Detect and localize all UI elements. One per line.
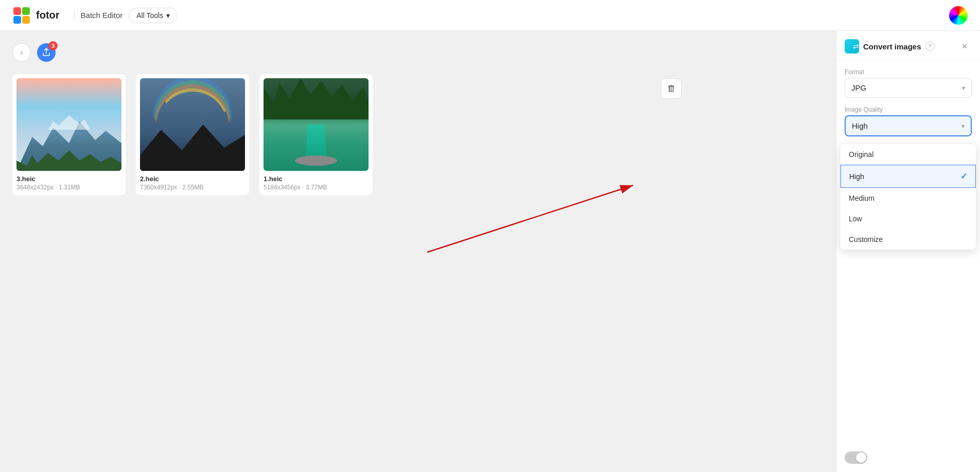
help-button[interactable]: ? [925, 42, 935, 51]
panel-title-area: ⇄ Convert images ? [845, 39, 935, 54]
dropdown-item-medium[interactable]: Medium [841, 188, 976, 208]
dropdown-label-original: Original [849, 150, 873, 159]
color-wheel-icon[interactable] [949, 6, 968, 25]
quality-dropdown: Original High ✓ Medium Low Customize [841, 144, 976, 250]
image-card-1[interactable]: 2.heic 7360x4912px · 2.55MB [136, 74, 249, 195]
quality-value: High [852, 121, 868, 130]
rocks-2 [295, 155, 337, 166]
panel-header: ⇄ Convert images ? × [836, 31, 980, 60]
trash-icon [667, 84, 676, 93]
image-name-0: 3.heic [16, 175, 121, 183]
dropdown-item-high[interactable]: High ✓ [841, 165, 976, 188]
convert-icon [845, 42, 853, 50]
svg-rect-4 [22, 16, 30, 24]
image-grid: 3.heic 3648x2432px · 1.31MB 2.heic 7360x… [12, 74, 824, 195]
panel-body: Format JPG ▾ Image Quality High ▾ [836, 60, 980, 153]
svg-line-6 [427, 185, 633, 252]
svg-rect-2 [22, 7, 30, 15]
dropdown-label-low: Low [849, 215, 862, 223]
panel-bottom [845, 451, 972, 464]
format-field: Format JPG ▾ [845, 68, 972, 98]
image-name-1: 2.heic [140, 175, 245, 183]
image-meta-1: 7360x4912px · 2.55MB [140, 184, 245, 191]
close-icon: × [962, 41, 968, 52]
logo-area: fotor [12, 6, 60, 25]
quality-select[interactable]: High ▾ [845, 115, 972, 136]
image-thumb-0 [16, 78, 121, 171]
format-label: Format [845, 68, 972, 76]
content-area: ‹ 3 3.heic 3648x2432p [0, 31, 836, 472]
back-icon: ‹ [20, 48, 23, 57]
close-button[interactable]: × [957, 39, 972, 54]
upload-badge: 3 [48, 41, 58, 50]
image-meta-0: 3648x2432px · 1.31MB [16, 184, 121, 191]
header: fotor Batch Editor All Tools ▾ [0, 0, 980, 31]
right-panel: ⇄ Convert images ? × Format JPG ▾ [836, 31, 980, 472]
format-select[interactable]: JPG ▾ [845, 78, 972, 98]
batch-editor-label: Batch Editor [81, 11, 123, 20]
header-right [949, 6, 968, 25]
image-card-2[interactable]: 1.heic 5184x3456px · 3.77MB [259, 74, 373, 195]
fotor-logo-icon [12, 6, 31, 25]
all-tools-button[interactable]: All Tools ▾ [129, 8, 178, 23]
mountain-dark-1 [140, 119, 245, 171]
back-button[interactable]: ‹ [12, 43, 31, 62]
dropdown-label-medium: Medium [849, 194, 874, 202]
dropdown-label-customize: Customize [849, 235, 883, 243]
chevron-down-icon: ▾ [166, 11, 170, 20]
trees-2 [264, 78, 369, 119]
all-tools-label: All Tools [136, 11, 163, 20]
checkmark-icon: ✓ [960, 171, 967, 181]
panel-title: Convert images [863, 42, 921, 51]
main-content: ‹ 3 3.heic 3648x2432p [0, 31, 980, 472]
toggle-knob [856, 452, 866, 463]
dropdown-item-original[interactable]: Original [841, 144, 976, 165]
image-thumb-2 [264, 78, 369, 171]
snow-cap-0 [16, 109, 121, 130]
svg-rect-1 [13, 7, 21, 15]
format-value: JPG [851, 83, 866, 92]
upload-btn-wrapper: 3 [37, 43, 56, 62]
image-card-0[interactable]: 3.heic 3648x2432px · 1.31MB [12, 74, 126, 195]
image-meta-2: 5184x3456px · 3.77MB [264, 184, 369, 191]
panel-icon: ⇄ [845, 39, 859, 54]
delete-button[interactable] [661, 78, 681, 99]
dropdown-item-low[interactable]: Low [841, 208, 976, 229]
quality-field: Image Quality High ▾ [845, 106, 972, 136]
quality-chevron-icon: ▾ [961, 123, 965, 130]
image-name-2: 1.heic [264, 175, 369, 183]
dropdown-item-customize[interactable]: Customize [841, 229, 976, 250]
toggle-switch[interactable] [845, 451, 867, 464]
image-thumb-1 [140, 78, 245, 171]
logo-text: fotor [36, 9, 60, 21]
rainbow-1 [156, 89, 229, 125]
toolbar: ‹ 3 [12, 43, 824, 62]
format-chevron-icon: ▾ [962, 84, 965, 92]
svg-rect-3 [13, 16, 21, 24]
header-separator [74, 10, 75, 21]
dropdown-label-high: High [849, 172, 864, 181]
quality-label: Image Quality [845, 106, 972, 113]
